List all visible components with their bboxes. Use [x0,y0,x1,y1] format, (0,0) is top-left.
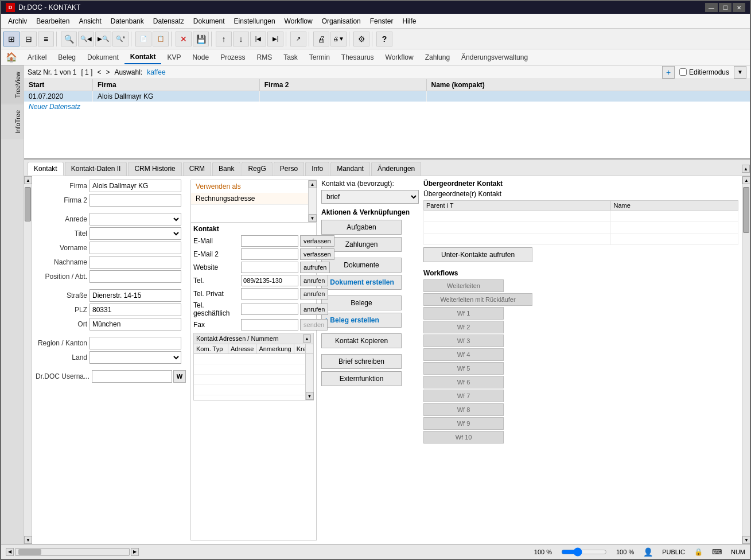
beleg-erstellen-button[interactable]: + Beleg erstellen [321,313,402,328]
externfunktion-button[interactable]: Externfunktion [321,371,402,386]
menu-hilfe[interactable]: Hilfe [398,16,421,26]
strasse-input[interactable] [90,289,181,302]
card-view-button[interactable]: ⊟ [21,32,37,46]
nav-tab-workflow[interactable]: Workflow [380,51,419,64]
new-record-button[interactable]: 📄 [135,32,151,46]
help-button[interactable]: ? [376,32,392,46]
wf6-button[interactable]: Wf 6 [423,376,504,388]
tel-anrufen-button[interactable]: anrufen [300,275,328,286]
infotree-tab[interactable]: InfoTree [1,104,24,139]
kontakt-via-select[interactable]: brief E-Mail Telefon Fax [321,190,419,204]
report-view-button[interactable]: ≡ [38,32,54,46]
firma2-input[interactable] [90,194,181,207]
grid-view-button[interactable]: ⊞ [3,32,20,46]
search-button[interactable]: 🔍 [61,32,77,46]
search-all-button[interactable]: 🔍* [112,32,129,46]
wf10-button[interactable]: Wf 10 [423,431,504,444]
h-scroll-left[interactable]: ◀ [6,548,14,556]
nav-tab-thesaurus[interactable]: Thesaurus [336,51,380,64]
website-aufrufen-button[interactable]: aufrufen [300,262,330,273]
fax-input[interactable] [241,319,298,330]
down-button[interactable]: ↓ [233,32,249,46]
addr-scroll-down[interactable]: ▼ [306,392,314,400]
website-input[interactable] [241,262,298,273]
fax-senden-button[interactable]: senden [300,319,328,330]
nav-tab-zahlung[interactable]: Zahlung [419,51,456,64]
nav-tab-kontakt[interactable]: Kontakt [124,50,162,64]
wf9-button[interactable]: Wf 9 [423,417,504,430]
username-lookup-button[interactable]: W [173,370,186,383]
aufgaben-button[interactable]: Aufgaben [321,220,402,235]
close-button[interactable]: ✕ [733,3,745,12]
addr-scroll-up[interactable]: ▲ [303,335,311,343]
weiterleiten-button[interactable]: Weiterleiten [423,279,504,292]
first-button[interactable]: |◀ [250,32,266,46]
region-input[interactable] [90,337,181,349]
tel-privat-input[interactable] [241,288,298,300]
wf5-button[interactable]: Wf 5 [423,362,504,375]
nav-home-button[interactable]: 🏠 [1,49,22,65]
duplicate-button[interactable]: 📋 [153,32,169,46]
menu-datensatz[interactable]: Datensatz [149,16,189,26]
print-button[interactable]: 🖨 [313,32,329,46]
menu-dokument[interactable]: Dokument [189,16,229,26]
menu-ansicht[interactable]: Ansicht [74,16,106,26]
tel-geschaeftlich-anrufen-button[interactable]: anrufen [300,304,328,315]
kontakt-kopieren-button[interactable]: Kontakt Kopieren [321,333,402,348]
email-input[interactable] [241,235,298,247]
export-button[interactable]: ↗ [290,32,306,46]
table-row-new[interactable]: Neuer Datensatz [24,102,750,112]
belege-button[interactable]: Belege [321,295,402,310]
print2-button[interactable]: 🖨▼ [330,32,347,46]
wf1-button[interactable]: Wf 1 [423,307,504,320]
wf4-button[interactable]: Wf 4 [423,348,504,361]
wf2-button[interactable]: Wf 2 [423,321,504,333]
nav-tab-prozess[interactable]: Prozess [215,51,251,64]
tab-regg[interactable]: RegG [242,162,272,176]
editiermodus-checkbox[interactable] [679,68,687,76]
nav-tab-rms[interactable]: RMS [251,51,278,64]
position-input[interactable] [90,270,181,283]
ort-input[interactable] [90,318,181,330]
nav-tab-beleg[interactable]: Beleg [52,51,81,64]
firma-input[interactable] [90,180,181,192]
search-fwd-button[interactable]: ▶🔍 [95,32,111,46]
menu-datenbank[interactable]: Datenbank [106,16,149,26]
next-record-button[interactable]: > [106,68,110,76]
tel-input[interactable] [241,275,298,286]
username-input[interactable] [92,370,172,383]
menu-workflow[interactable]: Workflow [280,16,317,26]
wf8-button[interactable]: Wf 8 [423,403,504,416]
vorname-input[interactable] [90,242,181,254]
tab-aenderungen[interactable]: Änderungen [371,162,421,176]
titel-select[interactable] [90,227,181,240]
tel-privat-anrufen-button[interactable]: anrufen [300,288,328,300]
minimize-button[interactable]: — [705,3,718,12]
form-scroll-up[interactable]: ▲ [24,176,32,184]
form-scroll-down[interactable]: ▼ [24,536,32,544]
plz-input[interactable] [90,304,181,316]
menu-archiv[interactable]: Archiv [3,16,32,26]
verwenden-scroll-down[interactable]: ▼ [309,214,317,222]
last-button[interactable]: ▶| [267,32,283,46]
tab-mandant[interactable]: Mandant [330,162,370,176]
tab-crm-historie[interactable]: CRM Historie [128,162,181,176]
nav-tab-artikel[interactable]: Artikel [22,51,52,64]
menu-fenster[interactable]: Fenster [365,16,398,26]
menu-einstellungen[interactable]: Einstellungen [229,16,280,26]
nav-tab-task[interactable]: Task [278,51,303,64]
anrede-select[interactable] [90,213,181,225]
email2-input[interactable] [241,248,298,260]
treeview-tab[interactable]: TreeView [1,65,24,104]
nav-tab-node[interactable]: Node [186,51,215,64]
weiterleiten-ruecklauf-button[interactable]: Weiterleiten mit Rückläufer [423,293,532,306]
add-record-button[interactable]: + [662,66,675,79]
prev-record-button[interactable]: < [97,68,101,76]
tab-kontakt-daten2[interactable]: Kontakt-Daten II [65,162,127,176]
settings-button[interactable]: ⚙ [353,32,369,46]
main-scroll-up[interactable]: ▲ [742,176,750,184]
main-scroll-down[interactable]: ▼ [742,536,750,544]
tab-scroll-up[interactable]: ▲ [742,165,750,173]
nav-tab-kvp[interactable]: KVP [161,51,186,64]
nachname-input[interactable] [90,256,181,269]
